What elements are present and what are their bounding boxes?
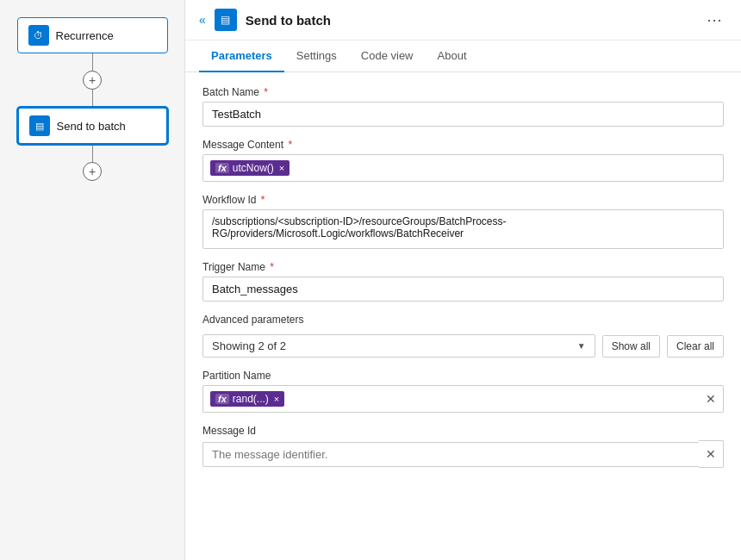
close-icon: ✕	[706, 392, 716, 406]
fx-icon-2: fx	[215, 394, 229, 404]
partition-name-input[interactable]: fx rand(...) ×	[202, 385, 699, 413]
batch-name-input[interactable]	[202, 102, 724, 127]
workflow-id-input[interactable]: /subscriptions/<subscription-ID>/resourc…	[202, 209, 724, 249]
collapse-button[interactable]: «	[199, 13, 206, 27]
close-icon-2: ✕	[706, 447, 716, 461]
rand-token-label: rand(...)	[233, 393, 269, 405]
partition-name-row: fx rand(...) × ✕	[202, 385, 724, 413]
tabs-bar: Parameters Settings Code view About	[185, 40, 741, 72]
workflow-id-label: Workflow Id *	[202, 194, 724, 206]
message-id-label: Message Id	[202, 425, 724, 437]
tab-about[interactable]: About	[426, 40, 479, 72]
connector-line	[92, 53, 93, 71]
connector-line-3	[92, 145, 93, 162]
advanced-parameters-section: Advanced parameters Showing 2 of 2 ▼ Sho…	[202, 314, 724, 358]
message-id-row: ✕	[202, 440, 724, 468]
fx-icon: fx	[215, 163, 229, 173]
show-all-button[interactable]: Show all	[602, 335, 660, 358]
batch-name-label: Batch Name *	[202, 86, 724, 98]
recurrence-label: Recurrence	[56, 29, 114, 42]
trigger-name-field: Trigger Name *	[202, 261, 724, 302]
add-step-btn-1[interactable]: +	[83, 71, 102, 90]
advanced-parameters-label: Advanced parameters	[202, 314, 724, 326]
right-header: « ▤ Send to batch ⋯	[185, 0, 741, 40]
message-content-input[interactable]: fx utcNow() ×	[202, 154, 724, 182]
advanced-parameters-row: Showing 2 of 2 ▼ Show all Clear all	[202, 334, 724, 358]
panel-title: Send to batch	[246, 13, 693, 28]
connector-1: +	[83, 53, 102, 107]
clear-all-button[interactable]: Clear all	[667, 335, 724, 358]
message-id-field: Message Id ✕	[202, 425, 724, 468]
token-label: utcNow()	[233, 162, 274, 174]
trigger-name-input[interactable]	[202, 277, 724, 302]
partition-clear-button[interactable]: ✕	[699, 385, 724, 413]
tab-parameters[interactable]: Parameters	[199, 40, 284, 72]
message-id-clear-button[interactable]: ✕	[699, 440, 724, 468]
advanced-dropdown[interactable]: Showing 2 of 2 ▼	[202, 334, 595, 358]
left-panel: ⏱ Recurrence + ▤ Send to batch +	[0, 0, 185, 560]
send-to-batch-node[interactable]: ▤ Send to batch	[17, 107, 168, 145]
partition-name-label: Partition Name	[202, 370, 724, 382]
batch-name-field: Batch Name *	[202, 86, 724, 127]
recurrence-node[interactable]: ⏱ Recurrence	[17, 17, 168, 53]
token-close-btn[interactable]: ×	[279, 163, 284, 173]
tab-settings[interactable]: Settings	[284, 40, 349, 72]
utcnow-token[interactable]: fx utcNow() ×	[210, 160, 290, 176]
send-to-batch-label: Send to batch	[57, 120, 126, 133]
message-content-field: Message Content * fx utcNow() ×	[202, 139, 724, 182]
partition-name-field: Partition Name fx rand(...) × ✕	[202, 370, 724, 413]
workflow-id-field: Workflow Id * /subscriptions/<subscripti…	[202, 194, 724, 249]
message-id-input[interactable]	[202, 442, 699, 467]
form-area: Batch Name * Message Content * fx utcNow…	[185, 72, 741, 482]
rand-token[interactable]: fx rand(...) ×	[210, 391, 284, 407]
add-step-btn-2[interactable]: +	[83, 162, 102, 181]
header-icon: ▤	[215, 9, 237, 31]
trigger-name-label: Trigger Name *	[202, 261, 724, 273]
connector-2: +	[83, 145, 102, 181]
send-to-batch-icon: ▤	[29, 115, 50, 136]
right-panel: « ▤ Send to batch ⋯ Parameters Settings …	[185, 0, 741, 560]
recurrence-icon: ⏱	[28, 25, 49, 46]
message-content-label: Message Content *	[202, 139, 724, 151]
connector-line-2	[92, 90, 93, 107]
chevron-down-icon: ▼	[577, 341, 586, 351]
tab-code-view[interactable]: Code view	[349, 40, 426, 72]
more-options-button[interactable]: ⋯	[701, 9, 727, 31]
dropdown-text: Showing 2 of 2	[212, 339, 286, 352]
rand-token-close-btn[interactable]: ×	[274, 394, 279, 404]
